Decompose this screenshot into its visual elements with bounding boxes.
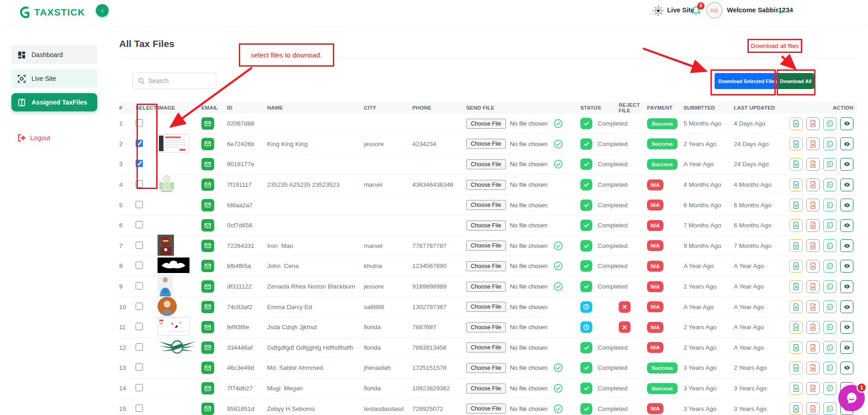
row-select-checkbox[interactable] (136, 221, 143, 228)
choose-file-button[interactable]: Choose File (466, 404, 506, 414)
user-menu-chevron-down-icon[interactable] (777, 8, 784, 16)
whatsapp-button[interactable] (823, 219, 836, 232)
live-site-link[interactable]: Live Site (667, 6, 694, 14)
choose-file-button[interactable]: Choose File (466, 302, 506, 312)
whatsapp-button[interactable] (823, 158, 836, 171)
choose-file-button[interactable]: Choose File (466, 119, 506, 129)
status-completed-icon[interactable] (580, 240, 592, 252)
pdf-download-button[interactable] (806, 179, 820, 191)
choose-file-button[interactable]: Choose File (466, 180, 506, 190)
status-completed-icon[interactable] (580, 281, 592, 292)
download-all-button[interactable]: Download All (777, 73, 814, 89)
whatsapp-button[interactable] (823, 199, 836, 211)
email-button[interactable] (201, 179, 214, 191)
sidebar-item-live-site[interactable]: Live Site (11, 69, 97, 88)
choose-file-button[interactable]: Choose File (466, 342, 506, 352)
whatsapp-button[interactable] (823, 239, 836, 252)
status-completed-icon[interactable] (580, 403, 592, 415)
pdf-download-button[interactable] (806, 362, 820, 374)
view-details-button[interactable] (840, 117, 853, 130)
view-details-button[interactable] (840, 280, 853, 293)
client-image-thumbnail[interactable] (158, 257, 189, 273)
row-select-checkbox[interactable] (136, 262, 143, 269)
reject-file-icon[interactable] (619, 301, 631, 313)
pdf-download-button[interactable] (806, 382, 820, 395)
excel-download-button[interactable]: x (789, 158, 803, 171)
view-details-button[interactable] (840, 362, 853, 374)
user-avatar[interactable]: RB (706, 2, 722, 18)
pdf-download-button[interactable] (806, 137, 820, 150)
email-button[interactable] (201, 240, 214, 252)
choose-file-button[interactable]: Choose File (466, 383, 506, 394)
status-completed-icon[interactable] (580, 179, 592, 190)
client-image-thumbnail[interactable] (158, 174, 176, 194)
email-button[interactable] (201, 260, 214, 272)
view-details-button[interactable] (840, 199, 853, 211)
choose-file-button[interactable]: Choose File (466, 241, 506, 251)
email-button[interactable] (201, 382, 214, 394)
client-image-thumbnail[interactable] (158, 275, 173, 296)
view-details-button[interactable] (840, 239, 853, 252)
excel-download-button[interactable]: x (789, 321, 803, 334)
email-button[interactable] (201, 321, 214, 333)
status-completed-icon[interactable] (580, 200, 592, 211)
status-completed-icon[interactable] (580, 158, 592, 170)
row-select-checkbox[interactable] (136, 323, 143, 330)
choose-file-button[interactable]: Choose File (466, 159, 506, 169)
excel-download-button[interactable]: x (789, 239, 803, 252)
view-details-button[interactable] (840, 300, 853, 313)
row-select-checkbox[interactable] (136, 160, 143, 167)
email-button[interactable] (201, 280, 214, 293)
choose-file-button[interactable]: Choose File (466, 322, 506, 332)
status-completed-icon[interactable] (580, 138, 592, 150)
whatsapp-button[interactable] (823, 280, 836, 293)
row-select-checkbox[interactable] (136, 119, 143, 126)
pdf-download-button[interactable] (806, 321, 820, 334)
row-select-checkbox[interactable] (136, 303, 143, 310)
client-image-thumbnail[interactable] (158, 339, 197, 355)
whatsapp-button[interactable] (823, 117, 836, 130)
view-details-button[interactable] (840, 158, 853, 171)
view-details-button[interactable] (840, 321, 853, 334)
excel-download-button[interactable]: x (789, 219, 803, 232)
whatsapp-button[interactable] (823, 321, 836, 334)
email-button[interactable] (201, 362, 214, 374)
choose-file-button[interactable]: Choose File (466, 363, 506, 373)
whatsapp-button[interactable] (823, 362, 836, 374)
row-select-checkbox[interactable] (136, 140, 143, 147)
view-details-button[interactable] (840, 137, 853, 150)
pdf-download-button[interactable] (806, 402, 820, 415)
excel-download-button[interactable]: x (789, 280, 803, 293)
pdf-download-button[interactable] (806, 341, 820, 354)
status-completed-icon[interactable] (580, 362, 592, 373)
excel-download-button[interactable]: x (789, 137, 803, 150)
whatsapp-button[interactable] (823, 179, 836, 191)
reject-file-icon[interactable] (619, 321, 631, 333)
pdf-download-button[interactable] (806, 117, 820, 130)
email-button[interactable] (201, 403, 214, 415)
client-image-thumbnail[interactable] (158, 134, 189, 152)
choose-file-button[interactable]: Choose File (466, 221, 506, 231)
view-details-button[interactable] (840, 179, 853, 191)
client-image-thumbnail[interactable] (158, 235, 174, 256)
client-image-thumbnail[interactable] (158, 297, 177, 316)
row-select-checkbox[interactable] (136, 282, 143, 289)
email-button[interactable] (201, 219, 214, 231)
row-select-checkbox[interactable] (136, 201, 143, 208)
row-select-checkbox[interactable] (136, 242, 143, 249)
whatsapp-button[interactable] (823, 402, 836, 415)
search-input[interactable] (148, 77, 208, 84)
whatsapp-button[interactable] (823, 260, 836, 273)
row-select-checkbox[interactable] (136, 384, 143, 391)
sidebar-collapse-button[interactable]: ‹ (96, 4, 109, 17)
pdf-download-button[interactable] (806, 280, 820, 293)
excel-download-button[interactable]: x (789, 260, 803, 273)
status-completed-icon[interactable] (580, 260, 592, 272)
pdf-download-button[interactable] (806, 300, 820, 313)
excel-download-button[interactable]: x (789, 117, 803, 130)
status-pending-clock-icon[interactable] (580, 301, 592, 313)
pdf-download-button[interactable] (806, 219, 820, 232)
whatsapp-button[interactable] (823, 137, 836, 150)
excel-download-button[interactable]: x (789, 382, 803, 395)
status-pending-clock-icon[interactable] (580, 321, 592, 333)
